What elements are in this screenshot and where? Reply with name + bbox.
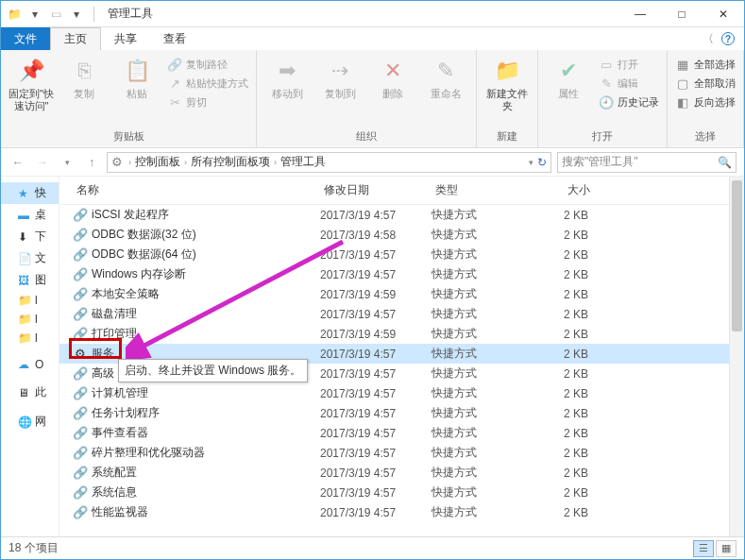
qat-more-icon[interactable]: ▾	[69, 7, 84, 22]
folder-icon: 📁	[18, 331, 31, 345]
file-row[interactable]: 🔗任务计划程序2017/3/19 4:57快捷方式2 KB	[59, 403, 744, 423]
nav-thispc[interactable]: 🖥此	[1, 382, 59, 403]
folder-icon: 📁	[18, 294, 31, 307]
nav-folder-1[interactable]: 📁l	[1, 291, 59, 310]
close-button[interactable]: ✕	[703, 1, 744, 27]
nav-desktop[interactable]: ▬桌	[1, 204, 59, 226]
pin-button[interactable]: 📌 固定到"快速访问"	[7, 52, 56, 112]
invert-selection-button[interactable]: ◧反向选择	[673, 93, 737, 110]
scrollbar-thumb[interactable]	[732, 180, 742, 331]
nav-onedrive[interactable]: ☁O	[1, 355, 59, 374]
forward-button[interactable]: →	[33, 153, 52, 172]
delete-button[interactable]: ✕删除	[368, 52, 417, 100]
scrollbar[interactable]	[729, 177, 744, 536]
file-row[interactable]: 🔗Windows 内存诊断2017/3/19 4:57快捷方式2 KB	[59, 264, 744, 284]
copy-path-button[interactable]: 🔗复制路径	[165, 56, 250, 73]
select-none-button[interactable]: ▢全部取消	[673, 75, 737, 92]
crumb-2[interactable]: 管理工具	[280, 154, 326, 170]
maximize-button[interactable]: □	[661, 1, 703, 27]
breadcrumb[interactable]: ⚙ › 控制面板 › 所有控制面板项 › 管理工具 ▾ ↻	[107, 152, 551, 173]
cut-icon: ✂	[167, 94, 182, 110]
move-to-button[interactable]: ➡移动到	[262, 52, 312, 100]
file-row[interactable]: 🔗ODBC 数据源(64 位)2017/3/19 4:57快捷方式2 KB	[59, 245, 744, 264]
file-row[interactable]: 🔗事件查看器2017/3/19 4:57快捷方式2 KB	[59, 423, 744, 443]
file-size: 2 KB	[564, 447, 744, 460]
nav-network[interactable]: 🌐网	[1, 411, 59, 433]
file-row[interactable]: 🔗计算机管理2017/3/19 4:57快捷方式2 KB	[59, 383, 744, 403]
search-input[interactable]: 搜索"管理工具" 🔍	[557, 152, 737, 173]
file-row[interactable]: 🔗磁盘清理2017/3/19 4:57快捷方式2 KB	[59, 304, 744, 324]
file-name: 事件查看器	[92, 425, 320, 441]
new-folder-button[interactable]: 📁新建文件夹	[483, 52, 532, 112]
paste-shortcut-button[interactable]: ↗粘贴快捷方式	[165, 75, 250, 92]
file-date: 2017/3/19 4:57	[320, 348, 432, 361]
back-button[interactable]: ←	[8, 153, 27, 172]
controlpanel-icon: ⚙	[111, 155, 123, 169]
col-type[interactable]: 类型	[432, 177, 564, 204]
properties-icon[interactable]: ▭	[48, 7, 63, 22]
file-date: 2017/3/19 4:57	[320, 268, 432, 281]
col-name[interactable]: 名称	[73, 177, 320, 204]
col-date[interactable]: 修改日期	[320, 177, 432, 204]
file-row[interactable]: 🔗碎片整理和优化驱动器2017/3/19 4:57快捷方式2 KB	[59, 443, 744, 463]
nav-folder-2[interactable]: 📁l	[1, 310, 59, 329]
file-name: 任务计划程序	[92, 405, 320, 421]
file-row[interactable]: 🔗iSCSI 发起程序2017/3/19 4:57快捷方式2 KB	[59, 205, 744, 225]
rename-icon: ✎	[431, 56, 461, 86]
paste-button[interactable]: 📋 粘贴	[112, 52, 161, 100]
tab-view[interactable]: 查看	[150, 27, 199, 50]
nav-pictures[interactable]: 🖼图	[1, 269, 59, 291]
nav-documents[interactable]: 📄文	[1, 247, 59, 269]
col-size[interactable]: 大小	[564, 177, 744, 204]
tab-home[interactable]: 主页	[50, 27, 101, 50]
crumb-1[interactable]: 所有控制面板项	[191, 154, 270, 170]
refresh-button[interactable]: ↻	[537, 156, 547, 169]
file-row[interactable]: 🔗系统信息2017/3/19 4:57快捷方式2 KB	[59, 483, 744, 502]
tab-file[interactable]: 文件	[1, 27, 50, 50]
file-type: 快捷方式	[432, 286, 564, 302]
file-list-area: 名称 修改日期 类型 大小 🔗iSCSI 发起程序2017/3/19 4:57快…	[59, 177, 744, 536]
history-button[interactable]: 🕘历史记录	[597, 93, 661, 110]
tab-share[interactable]: 共享	[101, 27, 150, 50]
file-size: 2 KB	[564, 367, 744, 381]
address-bar-row: ← → ▾ ↑ ⚙ › 控制面板 › 所有控制面板项 › 管理工具 ▾ ↻ 搜索…	[1, 148, 744, 177]
nav-quick-access[interactable]: ★快	[1, 182, 59, 204]
minimize-button[interactable]: —	[619, 1, 661, 27]
nav-folder-3[interactable]: 📁l	[1, 329, 59, 348]
cut-button[interactable]: ✂剪切	[165, 93, 250, 110]
file-row[interactable]: 🔗ODBC 数据源(32 位)2017/3/19 4:58快捷方式2 KB	[59, 225, 744, 245]
file-row[interactable]: 🔗打印管理2017/3/19 4:59快捷方式2 KB	[59, 324, 744, 344]
group-select-label: 选择	[673, 127, 737, 145]
recent-button[interactable]: ▾	[58, 153, 76, 172]
star-icon: ★	[18, 187, 31, 200]
open-button[interactable]: ▭打开	[597, 56, 661, 73]
help-icon[interactable]: ?	[721, 32, 735, 45]
file-size: 2 KB	[564, 486, 744, 500]
details-view-button[interactable]: ☰	[693, 540, 714, 557]
select-all-button[interactable]: ▦全部选择	[673, 56, 737, 73]
icons-view-button[interactable]: ▦	[716, 540, 737, 557]
crumb-0[interactable]: 控制面板	[135, 154, 180, 170]
file-type: 快捷方式	[432, 385, 564, 401]
file-size: 2 KB	[564, 268, 744, 281]
group-organize-label: 组织	[262, 127, 470, 145]
file-row[interactable]: 🔗系统配置2017/3/19 4:57快捷方式2 KB	[59, 463, 744, 483]
file-row[interactable]: 🔗本地安全策略2017/3/19 4:59快捷方式2 KB	[59, 284, 744, 304]
search-icon[interactable]: 🔍	[718, 156, 732, 169]
collapse-ribbon-icon[interactable]: 〈	[703, 31, 714, 47]
nav-downloads[interactable]: ⬇下	[1, 226, 59, 247]
file-size: 2 KB	[564, 506, 744, 519]
rename-button[interactable]: ✎重命名	[421, 52, 470, 100]
copy-to-button[interactable]: ⇢复制到	[315, 52, 364, 100]
edit-button[interactable]: ✎编辑	[597, 75, 661, 92]
search-placeholder: 搜索"管理工具"	[562, 154, 638, 170]
file-icon: 🔗	[73, 466, 88, 481]
up-button[interactable]: ↑	[82, 153, 101, 172]
file-row[interactable]: 🔗性能监视器2017/3/19 4:57快捷方式2 KB	[59, 502, 744, 522]
file-icon: 🔗	[73, 386, 88, 401]
copy-button[interactable]: ⎘ 复制	[59, 52, 109, 100]
properties-button[interactable]: ✔属性	[544, 52, 593, 100]
open-icon: ▭	[599, 57, 614, 72]
qat-dropdown-icon[interactable]: ▾	[27, 7, 42, 22]
crumb-dropdown-icon[interactable]: ▾	[529, 158, 533, 167]
